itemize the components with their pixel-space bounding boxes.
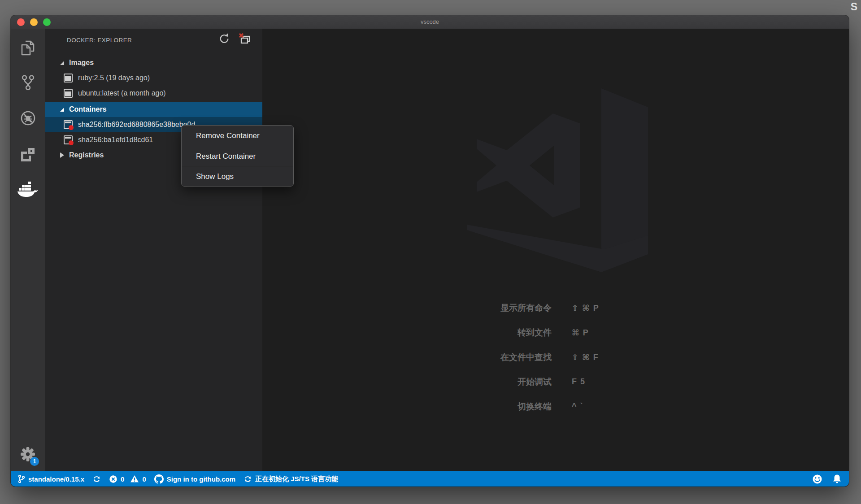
twistie-expanded-icon xyxy=(58,108,65,112)
keyboard-shortcut-hints: 显示所有命令 ⇧ ⌘ P 转到文件 ⌘ P 在文件中查找 ⇧ ⌘ F 开始调试 … xyxy=(397,295,666,419)
container-status-dot xyxy=(69,125,74,130)
warning-count: 0 xyxy=(142,475,146,483)
error-icon xyxy=(109,475,117,483)
editor-area: 显示所有命令 ⇧ ⌘ P 转到文件 ⌘ P 在文件中查找 ⇧ ⌘ F 开始调试 … xyxy=(262,29,849,471)
source-control-icon xyxy=(21,74,35,91)
extensions-icon xyxy=(20,147,36,162)
menu-item-restart-container[interactable]: Restart Container xyxy=(182,146,293,166)
shortcut-row: 显示所有命令 ⇧ ⌘ P xyxy=(397,295,666,320)
shortcut-row: 在文件中查找 ⇧ ⌘ F xyxy=(397,345,666,369)
github-signin-button[interactable]: Sign in to github.com xyxy=(154,474,235,484)
activity-bar: 1 xyxy=(11,29,45,471)
refresh-icon[interactable] xyxy=(218,33,230,45)
docker-view-button[interactable] xyxy=(11,180,45,200)
feedback-smiley-icon[interactable] xyxy=(812,474,822,484)
shortcut-row: 切换终端 ^ ` xyxy=(397,394,666,419)
source-control-view-button[interactable] xyxy=(11,73,45,92)
prune-images-icon[interactable] xyxy=(238,33,251,45)
status-bar: standalone/0.15.x 0 xyxy=(11,471,849,487)
container-context-menu: Remove Container Restart Container Show … xyxy=(181,125,294,187)
container-status-dot xyxy=(69,140,74,145)
files-icon xyxy=(20,40,35,56)
image-icon xyxy=(64,74,73,83)
github-icon xyxy=(154,474,164,484)
tree-item-image-ruby[interactable]: ruby:2.5 (19 days ago) xyxy=(45,70,262,86)
tree-section-containers[interactable]: Containers xyxy=(45,102,262,117)
vscode-logo-watermark xyxy=(464,87,652,280)
sidebar-title: DOCKER: EXPLORER xyxy=(67,37,132,43)
problems-indicator[interactable]: 0 0 xyxy=(109,475,146,483)
desktop-wallpaper-text: S xyxy=(851,1,857,13)
docker-explorer-sidebar: DOCKER: EXPLORER xyxy=(45,29,262,471)
branch-indicator[interactable]: standalone/0.15.x xyxy=(18,474,84,483)
tree-item-image-ubuntu[interactable]: ubuntu:latest (a month ago) xyxy=(45,86,262,101)
titlebar[interactable]: vscode xyxy=(11,15,849,29)
explorer-view-button[interactable] xyxy=(11,38,45,58)
settings-button[interactable]: 1 xyxy=(11,443,45,465)
container-icon xyxy=(64,135,73,144)
language-status[interactable]: 正在初始化 JS/TS 语言功能 xyxy=(244,475,338,483)
menu-item-remove-container[interactable]: Remove Container xyxy=(182,126,293,146)
settings-update-badge: 1 xyxy=(30,457,39,466)
twistie-expanded-icon xyxy=(58,61,65,65)
menu-item-show-logs[interactable]: Show Logs xyxy=(182,166,293,186)
error-count: 0 xyxy=(121,475,124,483)
window-title: vscode xyxy=(11,15,849,29)
sync-button[interactable] xyxy=(92,475,101,483)
vscode-window: vscode xyxy=(11,15,849,487)
twistie-collapsed-icon xyxy=(58,152,65,158)
debug-disabled-icon xyxy=(20,110,36,126)
debug-view-button[interactable] xyxy=(11,108,45,128)
warning-icon xyxy=(130,475,139,483)
notifications-bell-icon[interactable] xyxy=(832,474,842,484)
docker-icon xyxy=(17,182,38,198)
loading-spinner-icon xyxy=(244,475,252,483)
shortcut-row: 开始调试 F 5 xyxy=(397,369,666,394)
extensions-view-button[interactable] xyxy=(11,144,45,164)
tree-section-images[interactable]: Images xyxy=(45,55,262,70)
shortcut-row: 转到文件 ⌘ P xyxy=(397,320,666,345)
sync-icon xyxy=(92,475,101,483)
image-icon xyxy=(64,89,73,98)
container-icon xyxy=(64,120,73,129)
git-branch-icon xyxy=(18,474,25,483)
